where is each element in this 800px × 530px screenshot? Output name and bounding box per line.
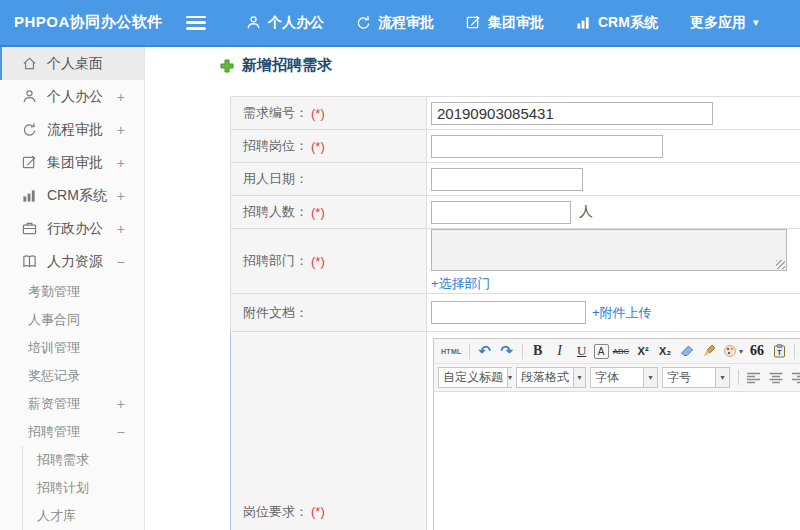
eraser-icon (680, 344, 694, 358)
paste-as-text-button[interactable]: T (769, 341, 789, 361)
caret-down-icon: ▾ (643, 368, 657, 387)
undo-button[interactable]: ↶ (475, 341, 495, 361)
caret-down-icon: ▾ (715, 368, 729, 387)
field-label: 招聘人数： (*) (231, 196, 427, 228)
html-source-button[interactable]: HTML (439, 341, 464, 361)
sidebar-item-label: 薪资管理 (28, 396, 80, 411)
page-title-text: 新增招聘需求 (242, 56, 332, 75)
sidebar-item-label: 集团审批 (47, 154, 103, 172)
sidebar-item-workflow-approval[interactable]: 流程审批 + (0, 113, 144, 146)
book-icon (22, 254, 37, 269)
hire-date-input[interactable] (431, 168, 583, 191)
edit-icon (22, 155, 37, 170)
topnav-label: 个人办公 (268, 14, 324, 32)
topnav-label: 集团审批 (488, 14, 544, 32)
format-brush-button[interactable] (699, 341, 719, 361)
field-label: 用人日期： (231, 163, 427, 195)
topnav-item-group-approval[interactable]: 集团审批 (466, 14, 544, 32)
recruitment-form: 需求编号： (*) 招聘岗位： (*) 用人日期： (230, 96, 800, 530)
underline-button[interactable]: U (572, 341, 592, 361)
topnav-item-workflow-approval[interactable]: 流程审批 (356, 14, 434, 32)
department-textarea[interactable] (431, 229, 787, 271)
align-right-button[interactable] (788, 368, 800, 388)
flow-icon (356, 15, 371, 30)
expand-plus-icon: + (117, 188, 125, 204)
app-header: PHPOA协同办公软件 个人办公 流程审批 集团审批 CRM系统 更多应用 ▾ (0, 0, 800, 47)
caret-down-icon: ▾ (753, 17, 759, 28)
sidebar-recruit-submenu: 招聘需求 招聘计划 人才库 (22, 446, 144, 530)
sidebar-item-admin-office[interactable]: 行政办公 + (0, 212, 144, 245)
sidebar-item-talent-pool[interactable]: 人才库 (23, 502, 144, 530)
paragraph-format-dropdown[interactable]: 段落格式 ▾ (516, 367, 586, 388)
palette-icon (723, 344, 737, 358)
font-family-dropdown[interactable]: 字体 ▾ (590, 367, 658, 388)
demand-number-input[interactable] (431, 102, 713, 125)
font-style-button[interactable]: A (594, 344, 609, 359)
sidebar-item-group-approval[interactable]: 集团审批 + (0, 146, 144, 179)
select-department-link[interactable]: +选择部门 (431, 275, 491, 293)
attachment-input[interactable] (431, 301, 586, 324)
topnav-item-personal-office[interactable]: 个人办公 (246, 14, 324, 32)
field-label: 附件文档： (231, 294, 427, 331)
sidebar-item-crm-system[interactable]: CRM系统 + (0, 179, 144, 212)
sidebar-item-attendance-mgmt[interactable]: 考勤管理 (0, 278, 144, 306)
form-row-attachment: 附件文档： +附件上传 (230, 294, 800, 332)
sidebar-item-recruit-demand[interactable]: 招聘需求 (23, 446, 144, 474)
attachment-upload-link[interactable]: +附件上传 (592, 304, 652, 322)
headcount-input[interactable] (431, 201, 571, 224)
editor-toolbar-row2: 自定义标题 ▾ 段落格式 ▾ 字体 ▾ 字号 ▾ (434, 364, 800, 392)
hamburger-menu-icon[interactable] (186, 16, 206, 30)
superscript-button[interactable]: X² (633, 341, 653, 361)
remove-format-button[interactable] (677, 341, 697, 361)
redo-button[interactable]: ↷ (497, 341, 517, 361)
topnav-label: 更多应用 (690, 14, 746, 32)
editor-content-area[interactable] (434, 392, 800, 530)
topnav-item-more-apps[interactable]: 更多应用 ▾ (690, 14, 759, 32)
custom-heading-dropdown[interactable]: 自定义标题 ▾ (438, 367, 512, 388)
caret-down-icon: ▾ (739, 347, 743, 356)
sidebar-item-reward-punish-record[interactable]: 奖惩记录 (0, 362, 144, 390)
editor-toolbar-row1: HTML ↶ ↷ B I U A ABC X² X₂ (434, 339, 800, 364)
color-palette-button[interactable]: ▾ (721, 341, 745, 361)
briefcase-icon (22, 221, 37, 236)
user-icon (22, 89, 37, 104)
sidebar-menu: 个人桌面 个人办公 + 流程审批 + 集团审批 + CRM系统 + 行政办公 +… (0, 47, 145, 530)
align-right-icon (791, 372, 800, 384)
app-logo: PHPOA协同办公软件 (0, 13, 186, 32)
topnav-label: 流程审批 (378, 14, 434, 32)
position-input[interactable] (431, 135, 663, 158)
expand-plus-icon: + (117, 221, 125, 237)
strikethrough-button[interactable]: ABC (611, 341, 631, 361)
headcount-unit: 人 (579, 203, 593, 221)
sidebar-item-hr-contract[interactable]: 人事合同 (0, 306, 144, 334)
sidebar-item-human-resources[interactable]: 人力资源 − (0, 245, 144, 278)
add-plus-icon (220, 59, 234, 73)
chart-icon (576, 15, 591, 30)
field-label: 岗位要求： (*) (231, 332, 427, 530)
caret-down-icon: ▾ (507, 368, 512, 387)
font-size-dropdown[interactable]: 字号 ▾ (662, 367, 730, 388)
sidebar-item-label: 奖惩记录 (28, 368, 80, 383)
sidebar-item-personal-desktop[interactable]: 个人桌面 (0, 47, 144, 80)
expand-plus-icon: + (117, 155, 125, 171)
sidebar-item-salary-mgmt[interactable]: 薪资管理 + (0, 390, 144, 418)
blockquote-button[interactable]: 66 (747, 341, 767, 361)
sidebar-item-label: 人事合同 (28, 312, 80, 327)
toolbar-separator (794, 344, 795, 359)
align-left-button[interactable] (744, 368, 764, 388)
sidebar-item-personal-office[interactable]: 个人办公 + (0, 80, 144, 113)
required-mark: (*) (311, 106, 325, 121)
form-row-position: 招聘岗位： (*) (230, 130, 800, 163)
topnav-item-crm-system[interactable]: CRM系统 (576, 14, 658, 32)
bold-button[interactable]: B (528, 341, 548, 361)
sidebar-item-training-mgmt[interactable]: 培训管理 (0, 334, 144, 362)
user-icon (246, 15, 261, 30)
italic-button[interactable]: I (550, 341, 570, 361)
field-label: 招聘部门： (*) (231, 229, 427, 293)
sidebar-item-recruit-plan[interactable]: 招聘计划 (23, 474, 144, 502)
sidebar-item-recruit-mgmt[interactable]: 招聘管理 − (0, 418, 144, 446)
subscript-button[interactable]: X₂ (655, 341, 675, 361)
align-center-button[interactable] (766, 368, 786, 388)
form-row-job-requirements: 岗位要求： (*) HTML ↶ ↷ B I U A ABC (230, 332, 800, 530)
field-label: 需求编号： (*) (231, 97, 427, 129)
